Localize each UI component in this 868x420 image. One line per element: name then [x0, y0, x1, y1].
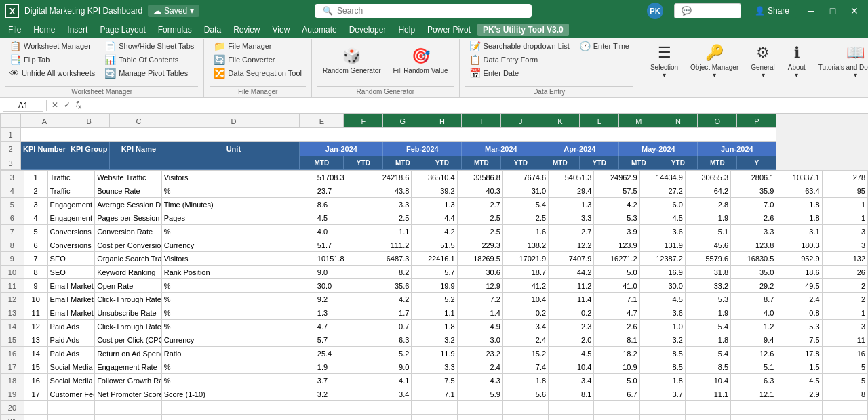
cell[interactable]: 27.2	[639, 184, 685, 198]
cell[interactable]: 2	[24, 184, 47, 198]
cell[interactable]: 5	[822, 360, 867, 374]
cell[interactable]: 24962.9	[594, 171, 639, 184]
cell[interactable]: 123.9	[594, 238, 639, 252]
cell[interactable]: 1.9	[685, 211, 730, 225]
cell[interactable]: 4.0	[315, 225, 366, 238]
cell[interactable]: 64.2	[685, 184, 730, 198]
cell[interactable]: 16271.2	[594, 252, 639, 266]
cell[interactable]: 3.3	[412, 360, 457, 374]
cell[interactable]: 19.9	[412, 279, 457, 293]
cell[interactable]: 7.1	[412, 387, 457, 401]
cell[interactable]: 5.0	[594, 266, 639, 279]
cell[interactable]: 8.5	[639, 347, 685, 360]
cell[interactable]	[457, 415, 502, 421]
cell[interactable]: 11.1	[685, 387, 730, 401]
cell[interactable]: 4.2	[594, 198, 639, 211]
col-header-n[interactable]: N	[658, 114, 698, 128]
cell[interactable]	[47, 401, 95, 415]
cell[interactable]: 8.7	[731, 293, 776, 306]
cell[interactable]	[457, 401, 502, 415]
cell[interactable]: 5.4	[685, 347, 730, 360]
cell[interactable]: %	[161, 225, 315, 238]
random-generator-button[interactable]: 🎲 Random Generator	[317, 39, 387, 83]
cell[interactable]: 5.4	[685, 320, 730, 333]
cell[interactable]: 1.8	[502, 374, 548, 387]
cell[interactable]: 1	[822, 211, 867, 225]
col-header-m[interactable]: M	[619, 114, 658, 128]
cell[interactable]: 51708.3	[315, 171, 366, 184]
saved-button[interactable]: ☁ Saved ▾	[148, 5, 199, 17]
cell[interactable]	[502, 401, 548, 415]
selection-button[interactable]: ☰ Selection ▾	[645, 39, 684, 83]
cell[interactable]: 12.2	[549, 238, 594, 252]
cell[interactable]	[731, 415, 776, 421]
cell[interactable]: 5.9	[457, 387, 502, 401]
cell[interactable]: 3.3	[366, 198, 412, 211]
cell[interactable]: Email Marketing	[47, 306, 95, 320]
cell[interactable]: 1.8	[776, 211, 822, 225]
cell[interactable]: 31.8	[685, 266, 730, 279]
cell[interactable]: Engagement Rate	[95, 360, 162, 374]
cell[interactable]: 7.2	[457, 293, 502, 306]
cell[interactable]: 1.6	[502, 225, 548, 238]
cell[interactable]: Customer Feedback	[47, 387, 95, 401]
cell[interactable]	[161, 415, 315, 421]
cell[interactable]: 12	[24, 320, 47, 333]
cell[interactable]: 4.4	[412, 211, 457, 225]
cell[interactable]: 3.4	[502, 320, 548, 333]
menu-item-home[interactable]: Home	[28, 24, 60, 36]
cell[interactable]: 1.0	[639, 320, 685, 333]
cell[interactable]: 6.0	[639, 198, 685, 211]
cell[interactable]: 11.9	[412, 347, 457, 360]
cell[interactable]: 10	[24, 293, 47, 306]
cell[interactable]: 7407.9	[549, 252, 594, 266]
insert-function-icon[interactable]: fx	[74, 99, 83, 111]
cell[interactable]: 5.3	[776, 320, 822, 333]
cell[interactable]: 14	[24, 347, 47, 360]
cell[interactable]: 8.6	[315, 198, 366, 211]
cell[interactable]: 8.5	[639, 360, 685, 374]
cell[interactable]	[95, 415, 162, 421]
cell[interactable]: 1.1	[366, 225, 412, 238]
cell[interactable]: 1.8	[776, 198, 822, 211]
cell[interactable]: Paid Ads	[47, 347, 95, 360]
cell[interactable]: Paid Ads	[47, 333, 95, 347]
cell[interactable]: 131.9	[639, 238, 685, 252]
cell[interactable]: 1.3	[412, 198, 457, 211]
cell[interactable]: 2.5	[457, 211, 502, 225]
cell[interactable]: 138.2	[502, 238, 548, 252]
cell[interactable]: 8.5	[685, 360, 730, 374]
cell[interactable]: 11	[24, 306, 47, 320]
cell[interactable]: Click-Through Rate (CTR) - Email	[95, 293, 162, 306]
cell[interactable]: Visitors	[161, 171, 315, 184]
cell[interactable]: 49.5	[776, 279, 822, 293]
cell[interactable]: 26	[822, 266, 867, 279]
cell[interactable]: 3.0	[457, 333, 502, 347]
cell[interactable]: Social Media	[47, 360, 95, 374]
cell[interactable]: 4.5	[776, 374, 822, 387]
cell[interactable]: 5.1	[685, 225, 730, 238]
cell[interactable]: 2.9	[776, 387, 822, 401]
cell[interactable]	[161, 401, 315, 415]
cell[interactable]: 4.2	[366, 293, 412, 306]
cell[interactable]	[502, 415, 548, 421]
cell[interactable]: 2.4	[502, 333, 548, 347]
cell[interactable]: 33.2	[685, 279, 730, 293]
cell[interactable]: 278	[822, 171, 867, 184]
col-header-h[interactable]: H	[422, 114, 462, 128]
cell[interactable]	[95, 401, 162, 415]
cell[interactable]: 4.7	[594, 306, 639, 320]
cell[interactable]: 1.9	[315, 360, 366, 374]
cell[interactable]: 16	[822, 347, 867, 360]
cell[interactable]: Paid Ads	[47, 320, 95, 333]
cell[interactable]: 7.4	[502, 360, 548, 374]
cell[interactable]: 1.8	[412, 320, 457, 333]
cell[interactable]: 180.3	[776, 238, 822, 252]
cell[interactable]: 2	[822, 293, 867, 306]
cell[interactable]: 5.7	[315, 333, 366, 347]
cell[interactable]: Keyword Ranking	[95, 266, 162, 279]
col-header-o[interactable]: O	[698, 114, 737, 128]
cell[interactable]: 5.7	[412, 266, 457, 279]
cell[interactable]: 3.6	[639, 225, 685, 238]
cell[interactable]: 6.3	[366, 333, 412, 347]
